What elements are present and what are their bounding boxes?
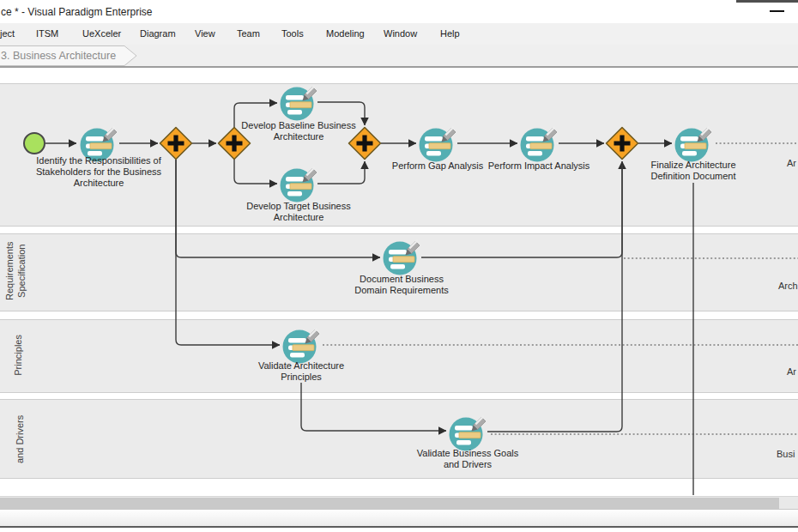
lane-label-and-drivers: and Drivers [15,388,27,491]
task-label: Identify the Responsibilities of Stakeho… [26,155,172,189]
task-icon [279,164,318,203]
task-validate-business-goals-drivers[interactable] [448,413,487,452]
clipped-artifact-label: Ar [787,158,796,168]
task-icon [519,124,559,163]
title-bar: ce * - Visual Paradigm Enterprise [0,0,798,23]
menu-item-project-clipped[interactable]: ject [0,28,15,39]
task-icon [448,413,487,452]
status-bar [0,509,798,526]
task-icon [279,82,318,122]
menu-item-tools[interactable]: Tools [281,28,304,39]
menu-bar: ject ITSM UeXceler Diagram View Team Too… [0,23,798,45]
menu-item-diagram[interactable]: Diagram [140,28,176,39]
menu-item-itsm[interactable]: ITSM [36,28,58,39]
task-perform-impact-analysis[interactable] [519,124,559,163]
breadcrumb: 3. Business Architecture [0,45,798,68]
task-label: Perform Impact Analysis [466,160,612,172]
window-bottom-border [0,526,798,528]
task-develop-target-architecture[interactable] [279,164,318,203]
task-perform-gap-analysis[interactable] [418,124,457,163]
minimize-button[interactable] [762,3,789,19]
task-icon [674,124,713,163]
task-icon [418,124,457,163]
task-label: Validate Architecture Principles [228,360,374,383]
task-finalize-architecture-definition-document[interactable] [674,124,713,163]
task-label: Validate Business Goals and Drivers [395,448,541,470]
task-document-business-domain-requirements[interactable] [382,237,421,276]
task-develop-baseline-architecture[interactable] [279,82,318,122]
breadcrumb-label: 3. Business Architecture [1,50,116,62]
clipped-artifact-label: Ar [787,366,796,377]
lane-principles[interactable] [0,319,798,393]
menu-item-window[interactable]: Window [384,28,417,39]
menu-item-uexceler[interactable]: UeXceler [82,28,121,39]
task-validate-architecture-principles[interactable] [281,325,321,365]
clipped-artifact-label: Arch [778,281,798,291]
minimize-icon [770,10,784,12]
window-title: ce * - Visual Paradigm Enterprise [1,6,153,18]
task-label: Finalize Architecture Definition Documen… [620,160,766,182]
task-icon [281,325,321,365]
start-event[interactable] [23,132,45,154]
parallel-gateway-4[interactable] [605,126,639,160]
menu-item-modeling[interactable]: Modeling [326,28,365,39]
task-icon [382,237,421,276]
menu-item-team[interactable]: Team [237,28,260,39]
task-label: Develop Baseline Business Architecture [226,120,372,142]
menu-item-view[interactable]: View [195,28,215,39]
task-label: Develop Target Business Architecture [226,201,372,223]
task-label: Document Business Domain Requirements [329,274,475,296]
window-top-edge [736,0,798,3]
clipped-artifact-label: Busi [777,449,795,459]
visual-paradigm-window: ce * - Visual Paradigm Enterprise ject I… [0,0,798,532]
menu-item-help[interactable]: Help [440,28,460,39]
horizontal-scrollbar-thumb[interactable] [0,498,779,509]
horizontal-scrollbar[interactable] [0,496,798,509]
